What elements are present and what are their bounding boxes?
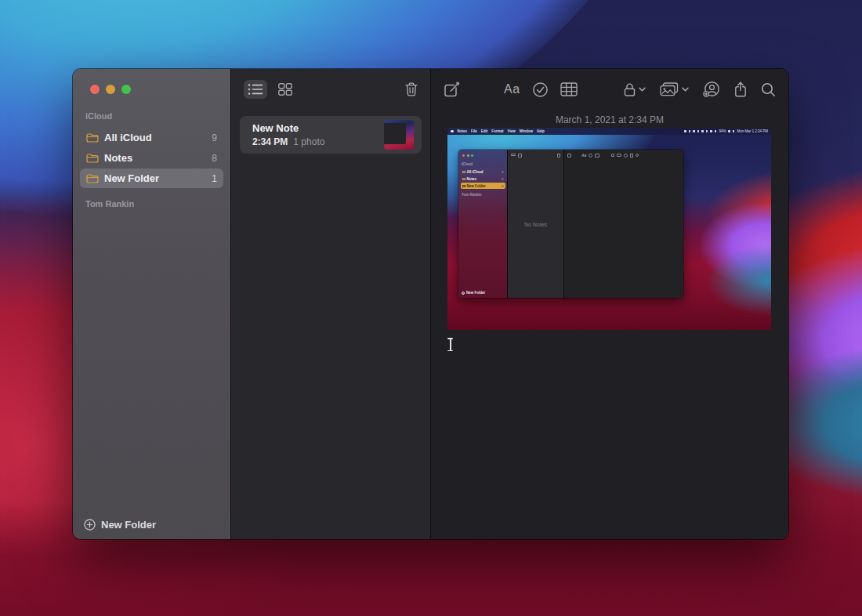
sidebar-item-notes[interactable]: Notes 8: [80, 148, 223, 168]
note-date: March 1, 2021 at 2:34 PM: [431, 114, 788, 125]
note-thumbnail: [384, 120, 414, 150]
folder-count: 9: [212, 132, 217, 143]
editor-column: Aa: [431, 69, 788, 539]
list-toolbar: [231, 69, 430, 110]
plus-circle-icon: [84, 519, 96, 531]
folder-icon: [86, 173, 99, 183]
list-view-button[interactable]: [244, 80, 267, 99]
sidebar-section-icloud: iCloud: [73, 111, 230, 121]
share-button[interactable]: [734, 82, 747, 97]
apple-menu-icon: [451, 130, 454, 133]
screenshot-notes-window: iCloud All iCloud 9 Notes 8: [458, 150, 683, 298]
sidebar-item-new-folder[interactable]: New Folder 1: [80, 168, 223, 188]
screenshot-status-icons: 94% Mon Mar 1 2:34 PM: [684, 129, 768, 133]
media-button[interactable]: [660, 82, 689, 96]
editor-toolbar: Aa: [431, 69, 788, 110]
window-controls: [90, 85, 131, 94]
note-summary: New Note 2:34 PM 1 photo: [252, 122, 384, 147]
media-icon: [660, 82, 679, 96]
sidebar-section-account: Tom Rankin: [73, 199, 230, 208]
screenshot-menubar: Notes File Edit Format View Window Help …: [447, 128, 771, 135]
collaborate-button[interactable]: [703, 81, 720, 98]
format-button[interactable]: Aa: [504, 82, 520, 96]
zoom-button[interactable]: [121, 85, 131, 94]
sidebar-item-all-icloud[interactable]: All iCloud 9: [80, 128, 223, 147]
notes-list-column: New Note 2:34 PM 1 photo: [231, 69, 431, 539]
note-list-item[interactable]: New Note 2:34 PM 1 photo: [240, 116, 422, 154]
close-button[interactable]: [90, 85, 100, 94]
search-button[interactable]: [761, 82, 776, 97]
note-attachment-count: 1 photo: [293, 136, 324, 147]
folder-icon: [86, 132, 99, 143]
gallery-view-button[interactable]: [273, 80, 297, 99]
sidebar: iCloud All iCloud 9 Notes 8 New: [73, 69, 231, 539]
screenshot-empty-state: No Notes: [508, 222, 563, 227]
folder-count: 1: [212, 173, 217, 184]
minimize-button[interactable]: [106, 85, 115, 94]
text-cursor: [447, 338, 453, 351]
table-button[interactable]: [560, 82, 578, 96]
lock-button[interactable]: [624, 82, 646, 97]
delete-note-button[interactable]: [405, 82, 418, 96]
note-attachment-image[interactable]: Notes File Edit Format View Window Help …: [447, 128, 771, 330]
new-folder-button[interactable]: New Folder: [84, 519, 156, 531]
note-time: 2:34 PM: [252, 136, 288, 147]
note-title: New Note: [252, 122, 384, 134]
lock-icon: [624, 82, 636, 97]
chevron-down-icon: [639, 87, 646, 92]
compose-button[interactable]: [444, 82, 460, 98]
notes-window: iCloud All iCloud 9 Notes 8 New: [73, 69, 788, 539]
checklist-button[interactable]: [532, 82, 549, 98]
folder-list: All iCloud 9 Notes 8 New Folder 1: [73, 128, 230, 188]
folder-icon: [86, 153, 99, 163]
folder-count: 8: [212, 153, 217, 164]
chevron-down-icon: [682, 87, 689, 92]
